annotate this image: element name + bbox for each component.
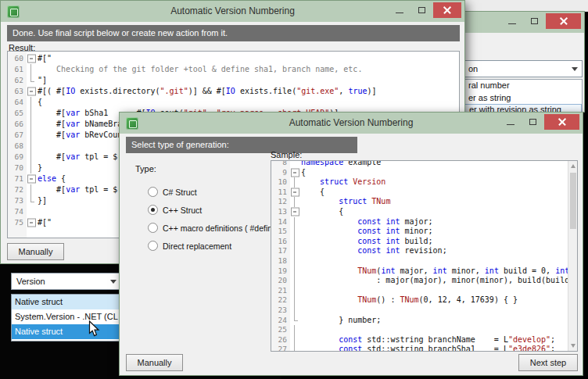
fold-marker[interactable] xyxy=(27,86,35,97)
code-line[interactable]: 27 const std::wstring branchSha1 = L"e3d… xyxy=(271,345,577,352)
list-item[interactable]: System.Version - .NET (CL xyxy=(12,309,120,324)
close-button[interactable] xyxy=(433,2,461,18)
list-item[interactable]: Native struct xyxy=(12,324,120,339)
code-line[interactable]: 8namespace example xyxy=(271,160,577,168)
code-line[interactable]: 22 TNum() : TNum(0, 12, 4, 17639) { } xyxy=(271,295,577,306)
code-line[interactable]: 63#[( #[IO exists.directory(".git")] && … xyxy=(8,86,459,97)
sample-code-editor[interactable]: 8namespace example9{10 struct Version11 … xyxy=(271,160,578,352)
code-line[interactable]: 9{ xyxy=(271,168,577,178)
code-line[interactable]: 24 } number; xyxy=(271,316,577,326)
code-line[interactable]: 62"] xyxy=(8,75,459,86)
code-line[interactable]: 17 const int revision; xyxy=(271,246,577,256)
maximize-button[interactable] xyxy=(523,13,546,29)
code-line[interactable]: 61 Checking of the git folder +tool & de… xyxy=(8,64,459,75)
line-number: 26 xyxy=(271,335,290,345)
line-number: 68 xyxy=(8,141,27,152)
code-line[interactable]: 26 const std::wstring branchName = L"dev… xyxy=(271,335,577,345)
code-line[interactable]: 64{ xyxy=(8,97,459,108)
minimize-icon xyxy=(507,124,514,125)
type-label: Type: xyxy=(135,164,156,173)
fold-marker xyxy=(290,237,299,247)
manually-button[interactable]: Manually xyxy=(7,243,64,260)
code-text: { xyxy=(299,188,324,198)
line-number: 67 xyxy=(8,130,27,141)
radio-icon xyxy=(148,205,158,215)
close-button[interactable] xyxy=(544,114,579,130)
struct-listbox[interactable]: Native structSystem.Version - .NET (CLNa… xyxy=(11,294,121,341)
fold-marker xyxy=(27,163,35,173)
code-line[interactable]: 12 struct TNum xyxy=(271,197,577,207)
line-number: 24 xyxy=(271,316,290,326)
code-line[interactable]: 13 { xyxy=(271,207,577,217)
code-text: { xyxy=(299,207,343,217)
code-line[interactable]: 16 const int build; xyxy=(271,237,577,247)
code-line[interactable]: 10 struct Version xyxy=(271,177,577,188)
line-number: 15 xyxy=(271,227,290,237)
code-text: Checking of the git folder +tool & defin… xyxy=(35,64,362,75)
code-line[interactable]: 14 const int major; xyxy=(271,217,577,227)
fold-marker xyxy=(290,335,299,345)
code-text xyxy=(299,256,301,266)
line-number: 70 xyxy=(8,163,27,173)
combobox-value: Version xyxy=(12,274,45,289)
minimize-button[interactable] xyxy=(388,2,411,18)
code-line[interactable]: 20 : major(major), minor(minor), build(b… xyxy=(271,276,577,286)
line-number: 12 xyxy=(271,197,290,207)
maximize-button[interactable] xyxy=(411,2,433,18)
code-line[interactable]: 23 xyxy=(271,306,577,316)
titlebar[interactable]: Automatic Version Numbering xyxy=(1,1,464,22)
radio-c-struct[interactable]: C# Struct xyxy=(148,186,197,198)
line-number: 17 xyxy=(271,246,290,256)
line-number: 63 xyxy=(8,86,27,97)
radio-label: C# Struct xyxy=(163,188,197,197)
fold-marker xyxy=(290,256,299,266)
next-step-button[interactable]: Next step xyxy=(518,354,578,371)
fold-marker xyxy=(290,246,299,256)
code-line[interactable]: 18 xyxy=(271,256,577,266)
code-text: { xyxy=(299,168,306,178)
app-icon xyxy=(126,117,138,130)
line-number: 60 xyxy=(8,53,27,64)
list-item[interactable]: Native struct xyxy=(12,295,120,309)
version-combobox[interactable]: Version xyxy=(11,273,121,290)
maximize-icon xyxy=(418,7,425,13)
radio-direct-replacement[interactable]: Direct replacement xyxy=(148,240,231,252)
fold-marker xyxy=(290,177,299,188)
line-number: 69 xyxy=(8,152,27,163)
maximize-button[interactable] xyxy=(522,114,544,130)
line-number: 61 xyxy=(8,64,27,75)
vertical-scrollbar[interactable] xyxy=(568,161,577,351)
code-line[interactable]: 15 const int minor; xyxy=(271,227,577,237)
code-line[interactable]: 19 TNum(int major, int minor, int build … xyxy=(271,266,577,277)
minimize-button[interactable] xyxy=(500,13,523,29)
line-number: 73 xyxy=(8,195,27,206)
radio-c-struct[interactable]: C++ Struct xyxy=(148,204,202,216)
fold-marker[interactable] xyxy=(27,217,35,228)
line-number: 16 xyxy=(271,237,290,247)
code-text xyxy=(35,206,38,217)
fold-marker[interactable] xyxy=(290,168,299,178)
scroll-thumb[interactable] xyxy=(570,173,576,229)
line-number: 64 xyxy=(8,97,27,108)
manually-button[interactable]: Manually xyxy=(126,354,183,371)
code-line[interactable]: 60#[" xyxy=(8,53,459,64)
fold-marker xyxy=(290,306,299,316)
radio-c-macro-definitions-define[interactable]: C++ macro definitions ( #define ) xyxy=(148,222,281,234)
fold-marker[interactable] xyxy=(27,173,35,184)
code-line[interactable]: 21 xyxy=(271,286,577,296)
code-text: #[var tpl = $( xyxy=(35,152,122,163)
fold-marker xyxy=(27,97,35,108)
fold-marker xyxy=(27,75,35,86)
fold-marker[interactable] xyxy=(290,188,299,198)
code-text xyxy=(299,286,301,296)
close-button[interactable] xyxy=(546,13,581,29)
radio-label: C++ Struct xyxy=(163,206,202,215)
status-message: Select type of generation: xyxy=(126,137,357,153)
fold-marker[interactable] xyxy=(290,207,299,217)
line-number: 27 xyxy=(271,345,290,352)
fold-marker[interactable] xyxy=(27,53,35,64)
titlebar[interactable]: Automatic Version Numbering xyxy=(120,113,583,134)
code-line[interactable]: 25 xyxy=(271,325,577,335)
minimize-button[interactable] xyxy=(499,114,522,130)
code-line[interactable]: 11 { xyxy=(271,188,577,198)
